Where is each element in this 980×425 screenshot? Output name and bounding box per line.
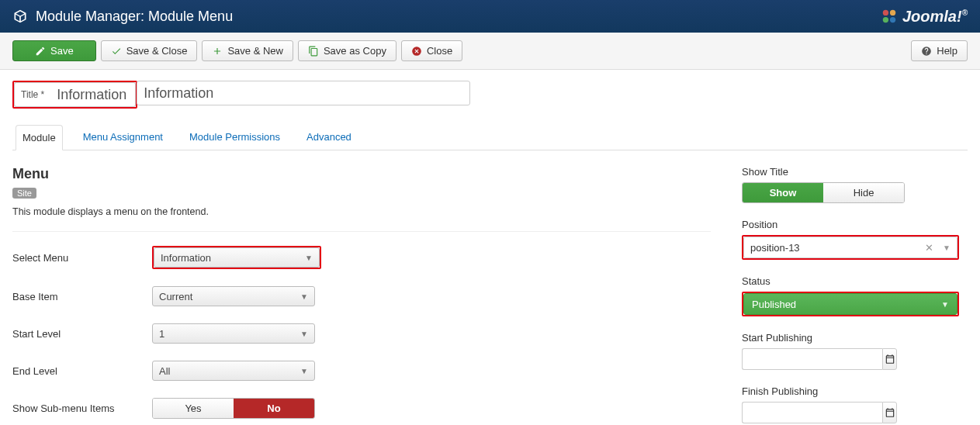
block-show-title: Show Title Show Hide [742,166,959,203]
tab-module[interactable]: Module [16,125,63,150]
label-start-publishing: Start Publishing [742,332,959,344]
site-badge: Site [12,188,36,199]
row-end-level: End Level All ▼ [12,361,711,381]
show-title-toggle: Show Hide [742,182,905,203]
start-publishing-input[interactable] [742,348,882,370]
start-level-value: 1 [159,328,164,340]
calendar-icon [885,407,895,418]
finish-publishing-input[interactable] [742,402,882,423]
tab-advanced[interactable]: Advanced [300,125,358,150]
label-end-level: End Level [12,365,152,377]
label-position: Position [742,219,959,230]
module-description: This module displays a menu on the front… [12,206,711,217]
svg-point-3 [890,17,895,22]
svg-point-1 [890,10,895,16]
row-start-level: Start Level 1 ▼ [12,323,711,344]
plus-icon [212,46,223,57]
show-title-hide[interactable]: Hide [823,183,904,202]
content-area: Title * Module Menu Assignment Module Pe… [0,70,980,425]
joomla-logo: Joomla!® [881,8,968,26]
label-finish-publishing: Finish Publishing [742,385,959,397]
start-publishing-calendar-button[interactable] [882,348,897,370]
tab-module-permissions[interactable]: Module Permissions [183,125,286,150]
close-button[interactable]: Close [401,40,462,61]
calendar-icon [885,354,895,365]
show-submenu-yes[interactable]: Yes [153,399,234,418]
block-finish-publishing: Finish Publishing [742,385,959,423]
save-button-label: Save [50,45,74,57]
close-label: Close [427,45,452,57]
save-new-label: Save & New [227,45,283,57]
title-input[interactable] [137,81,470,105]
copy-icon [308,46,319,57]
help-button[interactable]: Help [911,40,968,61]
save-new-button[interactable]: Save & New [202,40,293,61]
toolbar: Save Save & Close Save & New Save as Cop… [0,33,980,70]
show-submenu-no[interactable]: No [234,399,314,418]
module-settings-column: Menu Site This module displays a menu on… [12,166,711,425]
save-copy-label: Save as Copy [324,45,386,57]
save-copy-button[interactable]: Save as Copy [298,40,397,61]
block-position: Position position-13 ✕ ▼ [742,219,959,260]
svg-point-0 [883,10,888,16]
header-left: Module Manager: Module Menu [12,9,233,25]
title-field-row: Title * [12,81,968,109]
chevron-down-icon: ▼ [300,330,308,338]
title-highlight: Title * [12,81,137,109]
save-close-button[interactable]: Save & Close [101,40,198,61]
module-cube-icon [12,9,28,24]
joomla-icon [881,8,898,25]
show-title-show[interactable]: Show [743,183,823,202]
label-base-item: Base Item [12,291,152,302]
select-menu-value: Information [161,252,211,264]
chevron-down-icon: ▼ [300,292,308,301]
label-start-level: Start Level [12,328,152,340]
apply-icon [35,46,46,57]
svg-point-2 [883,17,888,22]
save-button[interactable]: Save [12,40,96,61]
divider [12,231,711,232]
chevron-down-icon: ▼ [305,254,313,262]
check-icon [111,46,122,57]
label-status: Status [742,275,959,287]
block-status: Status Published ▼ [742,275,959,316]
status-value: Published [752,299,796,310]
page-title: Module Manager: Module Menu [36,9,233,25]
help-label: Help [937,45,957,57]
position-value: position-13 [750,242,800,254]
clear-position-icon[interactable]: ✕ [925,242,933,254]
close-icon [411,46,422,57]
label-show-submenu: Show Sub-menu Items [12,403,152,414]
row-show-submenu: Show Sub-menu Items Yes No [12,398,711,419]
title-input-preview[interactable] [50,82,136,107]
row-select-menu: Select Menu Information ▼ [12,246,711,269]
chevron-down-icon: ▼ [943,244,951,252]
base-item-dropdown[interactable]: Current ▼ [152,286,315,306]
status-select[interactable]: Published ▼ [743,293,957,315]
title-label: Title * [14,82,50,107]
tabs: Module Menu Assignment Module Permission… [12,124,968,150]
page-header: Module Manager: Module Menu Joomla!® [0,0,980,33]
help-icon [921,46,932,57]
label-show-title: Show Title [742,166,959,178]
select-menu-dropdown[interactable]: Information ▼ [154,247,320,268]
label-select-menu: Select Menu [12,252,152,264]
chevron-down-icon: ▼ [300,367,308,375]
end-level-dropdown[interactable]: All ▼ [152,361,315,381]
start-level-dropdown[interactable]: 1 ▼ [152,323,315,344]
module-side-column: Show Title Show Hide Position position-1… [742,166,959,425]
end-level-value: All [159,365,170,377]
chevron-down-icon: ▼ [941,300,949,309]
module-heading: Menu [12,166,711,182]
tab-menu-assignment[interactable]: Menu Assignment [77,125,169,150]
base-item-value: Current [159,291,192,302]
row-base-item: Base Item Current ▼ [12,286,711,306]
save-close-label: Save & Close [126,45,188,57]
finish-publishing-calendar-button[interactable] [882,402,897,423]
block-start-publishing: Start Publishing [742,332,959,370]
position-select[interactable]: position-13 ✕ ▼ [743,237,957,258]
show-submenu-toggle: Yes No [152,398,315,419]
